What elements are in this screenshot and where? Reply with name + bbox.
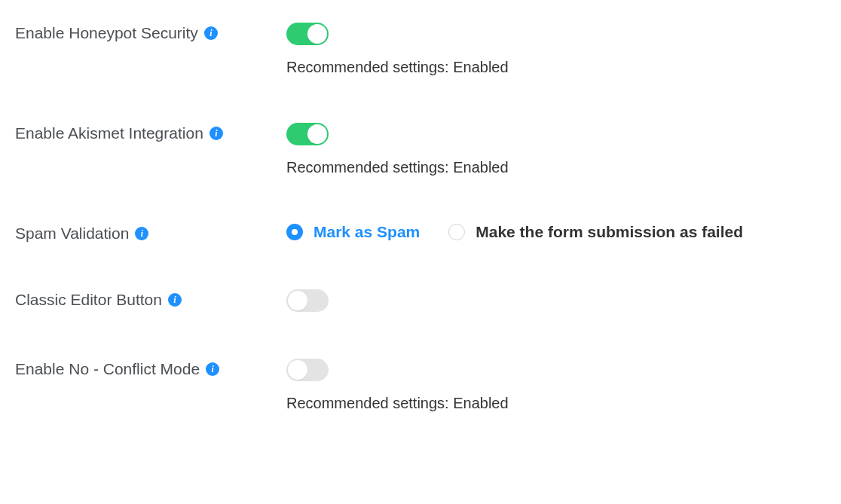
setting-row-honeypot: Enable Honeypot Security i Recommended s… [15, 23, 826, 76]
radio-unselected-icon [448, 224, 465, 240]
control-col: Mark as Spam Make the form submission as… [286, 223, 826, 241]
no-conflict-label: Enable No - Conflict Mode [15, 360, 200, 378]
toggle-knob [288, 291, 307, 310]
toggle-knob [288, 360, 307, 380]
info-icon[interactable]: i [206, 362, 219, 376]
label-col: Enable No - Conflict Mode i [15, 359, 286, 378]
honeypot-toggle[interactable] [286, 23, 329, 45]
control-col: Recommended settings: Enabled [286, 23, 826, 76]
toggle-knob [307, 24, 327, 44]
info-icon[interactable]: i [135, 227, 148, 240]
radio-option-make-failed[interactable]: Make the form submission as failed [448, 223, 743, 241]
info-icon[interactable]: i [204, 26, 218, 40]
radio-option-mark-spam[interactable]: Mark as Spam [286, 223, 420, 241]
label-col: Enable Honeypot Security i [15, 23, 286, 42]
control-col: Recommended settings: Enabled [286, 123, 826, 176]
akismet-label: Enable Akismet Integration [15, 124, 203, 142]
classic-editor-toggle[interactable] [286, 289, 329, 312]
label-col: Enable Akismet Integration i [15, 123, 286, 142]
setting-row-akismet: Enable Akismet Integration i Recommended… [15, 123, 826, 176]
no-conflict-toggle[interactable] [286, 359, 329, 381]
no-conflict-helper: Recommended settings: Enabled [286, 395, 826, 412]
setting-row-classic-editor: Classic Editor Button i [15, 289, 826, 312]
toggle-knob [307, 124, 327, 144]
radio-selected-icon [286, 224, 303, 240]
spam-validation-label: Spam Validation [15, 225, 129, 243]
classic-editor-label: Classic Editor Button [15, 291, 162, 309]
control-col [286, 289, 826, 312]
akismet-helper: Recommended settings: Enabled [286, 159, 826, 176]
akismet-toggle[interactable] [286, 123, 329, 145]
setting-row-spam-validation: Spam Validation i Mark as Spam Make the … [15, 223, 826, 243]
control-col: Recommended settings: Enabled [286, 359, 826, 412]
honeypot-helper: Recommended settings: Enabled [286, 59, 826, 76]
radio-label-make-failed: Make the form submission as failed [476, 223, 743, 241]
info-icon[interactable]: i [209, 127, 223, 140]
info-icon[interactable]: i [168, 293, 182, 307]
setting-row-no-conflict: Enable No - Conflict Mode i Recommended … [15, 359, 826, 412]
label-col: Spam Validation i [15, 223, 286, 243]
spam-radio-group: Mark as Spam Make the form submission as… [286, 223, 826, 241]
radio-label-mark-spam: Mark as Spam [313, 223, 420, 241]
honeypot-label: Enable Honeypot Security [15, 24, 198, 42]
label-col: Classic Editor Button i [15, 289, 286, 309]
